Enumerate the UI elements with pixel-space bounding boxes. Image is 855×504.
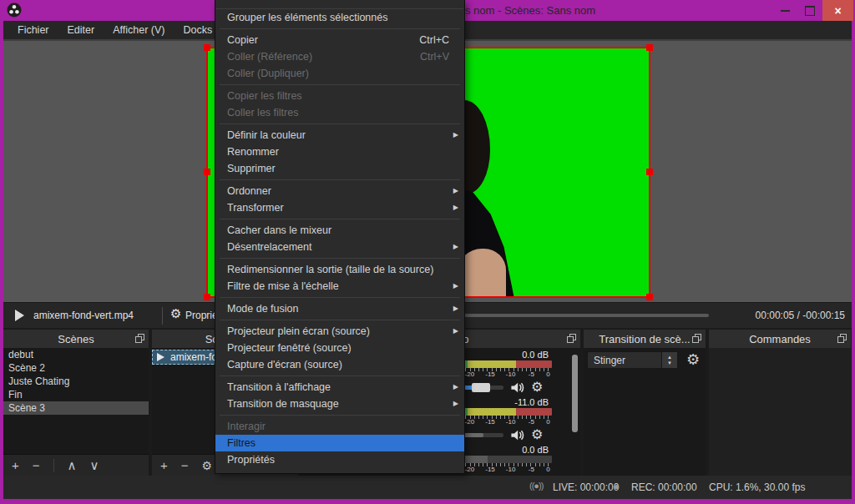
chevron-up-icon: ▲: [667, 355, 672, 360]
meter-tick-label: -20: [465, 370, 475, 378]
combo-spinner[interactable]: ▲ ▼: [661, 352, 677, 368]
speaker-icon[interactable]: [510, 381, 524, 394]
context-menu-item[interactable]: Filtres: [215, 435, 464, 451]
source-properties-button[interactable]: ⚙: [202, 459, 213, 472]
context-menu-item[interactable]: Capture d'écran (source): [215, 356, 464, 373]
mixer-scrollbar[interactable]: [572, 355, 578, 432]
context-menu-item[interactable]: Projecteur plein écran (source)▶: [215, 323, 464, 340]
context-menu-item[interactable]: Définir la couleur▶: [215, 127, 464, 144]
context-menu-item[interactable]: Transition à l'affichage▶: [215, 379, 464, 396]
transition-settings-gear-icon[interactable]: ⚙: [686, 350, 700, 369]
menubar-item[interactable]: Fichier: [8, 24, 58, 36]
shortcut-label: Ctrl+V: [420, 48, 449, 65]
live-signal-icon: ((●)): [529, 481, 543, 491]
meter-tick-label: -10: [506, 418, 516, 426]
resize-handle[interactable]: [204, 294, 210, 300]
gear-icon[interactable]: ⚙: [170, 306, 181, 321]
menu-separator: [220, 219, 460, 219]
meter-tick-label: -15: [485, 370, 495, 378]
scene-list: debutScène 2Juste ChatingFinScène 3: [3, 348, 149, 415]
resize-handle[interactable]: [646, 294, 653, 300]
speaker-icon[interactable]: [510, 429, 524, 441]
scenes-title: Scènes: [58, 333, 94, 345]
menu-separator: [220, 123, 460, 124]
context-menu-item[interactable]: Renommer: [215, 144, 464, 160]
submenu-arrow-icon: ▶: [453, 396, 458, 412]
context-menu-item[interactable]: Projecteur fenêtré (source): [215, 340, 464, 356]
maximize-button[interactable]: [797, 0, 822, 21]
meter-tick-label: -5: [529, 418, 534, 426]
transition-select[interactable]: Stinger ▲ ▼: [587, 351, 678, 369]
shortcut-label: Ctrl+C: [419, 32, 449, 48]
popup-icon[interactable]: [692, 334, 701, 343]
menubar-item[interactable]: Editer: [58, 24, 104, 36]
move-scene-up-button[interactable]: ∧: [68, 458, 77, 473]
play-icon[interactable]: [15, 310, 24, 321]
menu-separator: [220, 297, 460, 298]
menubar-item[interactable]: Afficher (V): [104, 24, 174, 36]
context-menu-item[interactable]: Supprimer: [215, 160, 464, 177]
context-menu-item: Interagir: [215, 418, 464, 435]
popup-icon[interactable]: [135, 334, 144, 343]
transition-selected-value: Stinger: [588, 355, 661, 366]
submenu-arrow-icon: ▶: [453, 278, 458, 295]
resize-handle[interactable]: [646, 169, 653, 175]
context-menu-item[interactable]: Propriétés: [215, 451, 464, 468]
add-source-button[interactable]: +: [160, 458, 168, 472]
meter-tick-label: -5: [529, 370, 534, 378]
meter-tick-label: 0: [546, 370, 549, 378]
move-scene-down-button[interactable]: ∨: [90, 458, 99, 473]
context-menu-item[interactable]: Désentrelacement▶: [215, 239, 464, 255]
context-menu-item: Coller (Dupliquer): [215, 65, 464, 82]
gear-icon[interactable]: ⚙: [531, 428, 543, 441]
remove-scene-button[interactable]: −: [33, 458, 40, 472]
submenu-arrow-icon: ▶: [453, 127, 458, 144]
live-status: LIVE: 00:00:00: [553, 481, 619, 493]
scenes-header[interactable]: Scènes: [3, 330, 149, 348]
scene-list-item[interactable]: Fin: [3, 388, 149, 401]
submenu-arrow-icon: ▶: [453, 323, 458, 340]
context-menu: Grouper les éléments sélectionnésCopierC…: [215, 0, 465, 474]
transitions-title: Transition de scè...: [599, 333, 690, 345]
context-menu-item[interactable]: CopierCtrl+C: [215, 32, 464, 48]
context-menu-item[interactable]: Filtre de mise à l'échelle▶: [215, 278, 464, 295]
meter-tick-label: -10: [506, 370, 516, 378]
context-menu-item[interactable]: Transformer▶: [215, 199, 464, 216]
volume-slider-handle[interactable]: [472, 383, 490, 392]
resize-handle[interactable]: [204, 44, 210, 51]
scene-list-item[interactable]: Scène 2: [3, 361, 149, 375]
popup-icon[interactable]: [837, 334, 847, 343]
submenu-arrow-icon: ▶: [453, 300, 458, 317]
resize-handle[interactable]: [204, 169, 210, 175]
remove-source-button[interactable]: −: [181, 458, 189, 472]
rec-status: REC: 00:00:00: [631, 481, 697, 493]
scene-list-item[interactable]: Juste Chating: [3, 375, 149, 388]
window-title: s nom - Scènes: Sans nom: [465, 4, 595, 17]
popup-icon[interactable]: [567, 334, 576, 343]
scene-transitions-panel: Transition de scè... Stinger ▲ ▼ ⚙: [584, 330, 706, 476]
context-menu-item[interactable]: Redimensionner la sortie (taille de la s…: [215, 261, 464, 278]
context-menu-item[interactable]: Mode de fusion▶: [215, 300, 464, 317]
meter-tick-label: -5: [529, 466, 534, 473]
menu-separator: [220, 258, 460, 259]
context-menu-item[interactable]: Cacher dans le mixeur: [215, 222, 464, 239]
meter-tick-label: 0: [546, 466, 549, 473]
menu-separator: [220, 415, 460, 416]
meter-tick-label: -15: [485, 466, 495, 473]
minimize-button[interactable]: [772, 0, 797, 21]
chevron-down-icon: ▼: [667, 360, 672, 366]
resize-handle[interactable]: [646, 44, 653, 51]
context-menu-item[interactable]: Ordonner▶: [215, 183, 464, 199]
add-scene-button[interactable]: +: [12, 458, 19, 472]
close-button[interactable]: ×: [822, 0, 853, 21]
transitions-header[interactable]: Transition de scè...: [584, 330, 706, 348]
context-menu-item[interactable]: Grouper les éléments sélectionnés: [215, 9, 464, 26]
scene-list-item[interactable]: debut: [3, 348, 149, 361]
scene-list-item[interactable]: Scène 3: [3, 401, 149, 415]
gear-icon[interactable]: ⚙: [531, 381, 543, 394]
menu-separator: [220, 84, 460, 85]
rec-dot-icon: ●: [614, 481, 620, 492]
controls-header[interactable]: Commandes: [709, 330, 851, 348]
media-source-name: amixem-fond-vert.mp4: [33, 310, 134, 321]
context-menu-item[interactable]: Transition de masquage▶: [215, 396, 464, 412]
